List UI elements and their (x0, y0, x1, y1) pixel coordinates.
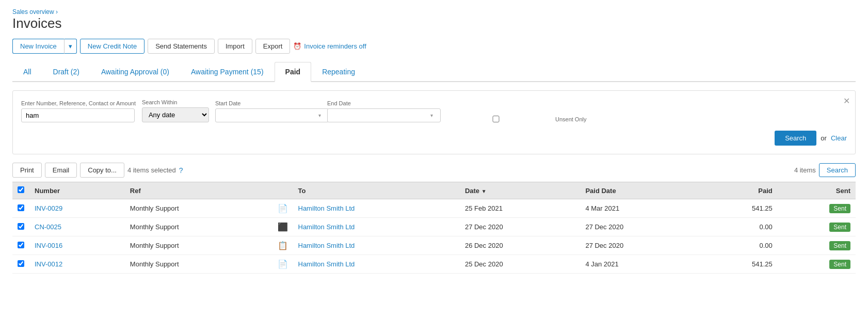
cell-paid-3: 541.25 (701, 255, 778, 274)
number-input[interactable] (21, 108, 135, 122)
invoice-link-1[interactable]: CN-0025 (35, 223, 61, 231)
table-header-row: Number Ref To Date ▼ Paid Date Paid Sent (12, 182, 856, 199)
table-row: CN-0025 Monthly Support ⬛ Hamilton Smith… (12, 218, 856, 236)
col-paid[interactable]: Paid (701, 182, 778, 199)
row-checkbox-3[interactable] (18, 260, 24, 267)
cell-paid-date-1: 27 Dec 2020 (580, 218, 701, 236)
row-checkbox-0[interactable] (18, 204, 24, 211)
cell-to-2: Hamilton Smith Ltd (293, 236, 460, 255)
cell-ref-3: Monthly Support (125, 255, 272, 274)
col-to[interactable]: To (293, 182, 460, 199)
send-statements-button[interactable]: Send Statements (148, 39, 215, 54)
cell-sent-1: Sent (778, 218, 856, 236)
sent-badge-2: Sent (829, 241, 850, 250)
invoice-link-0[interactable]: INV-0029 (35, 204, 62, 212)
cell-date-3: 25 Dec 2020 (460, 255, 581, 274)
cell-icon-2: 📋 (272, 236, 293, 255)
cell-paid-1: 0.00 (701, 218, 778, 236)
table-row: INV-0016 Monthly Support 📋 Hamilton Smit… (12, 236, 856, 255)
credit-icon-1: ⬛ (278, 223, 288, 231)
end-date-label: End Date (327, 100, 433, 106)
sent-badge-3: Sent (829, 260, 850, 269)
invoice-tabs: All Draft (2) Awaiting Approval (0) Awai… (12, 62, 856, 82)
cell-ref-2: Monthly Support (125, 236, 272, 255)
contact-link-0[interactable]: Hamilton Smith Ltd (298, 204, 355, 212)
sent-badge-0: Sent (829, 204, 850, 213)
sent-badge-1: Sent (829, 223, 850, 232)
export-button[interactable]: Export (255, 39, 291, 54)
number-field-label: Enter Number, Reference, Contact or Amou… (21, 100, 136, 106)
cell-sent-2: Sent (778, 236, 856, 255)
row-checkbox-1[interactable] (18, 223, 24, 230)
col-ref[interactable]: Ref (125, 182, 272, 199)
select-all-checkbox[interactable] (18, 186, 24, 193)
invoice-link-2[interactable]: INV-0016 (35, 242, 62, 249)
tab-draft[interactable]: Draft (2) (42, 62, 90, 82)
cell-to-0: Hamilton Smith Ltd (293, 199, 460, 218)
search-within-group: Search Within Any date This month Last m… (142, 99, 209, 122)
cell-paid-date-3: 4 Jan 2021 (580, 255, 701, 274)
cell-ref-0: Monthly Support (125, 199, 272, 218)
cell-paid-2: 0.00 (701, 236, 778, 255)
import-button[interactable]: Import (218, 39, 252, 54)
tab-awaiting-approval[interactable]: Awaiting Approval (0) (90, 62, 180, 82)
doc-icon-3: 📄 (278, 260, 288, 268)
breadcrumb[interactable]: Sales overview › (12, 8, 856, 15)
search-within-select[interactable]: Any date This month Last month This year (142, 107, 209, 122)
clear-button[interactable]: Clear (831, 134, 847, 142)
end-date-group: End Date ▾ (327, 100, 433, 122)
items-count: 4 items (794, 166, 816, 174)
cell-date-0: 25 Feb 2021 (460, 199, 581, 218)
new-invoice-split-button: New Invoice ▾ (12, 39, 77, 54)
tab-all[interactable]: All (12, 62, 42, 82)
clock-icon: ⏰ (293, 42, 301, 50)
tab-paid[interactable]: Paid (275, 62, 312, 82)
number-field-group: Enter Number, Reference, Contact or Amou… (21, 100, 136, 122)
contact-link-1[interactable]: Hamilton Smith Ltd (298, 223, 355, 231)
col-sent[interactable]: Sent (778, 182, 856, 199)
cell-date-1: 27 Dec 2020 (460, 218, 581, 236)
email-button[interactable]: Email (45, 163, 77, 178)
help-icon[interactable]: ? (179, 166, 183, 175)
table-row: INV-0012 Monthly Support 📄 Hamilton Smit… (12, 255, 856, 274)
col-icon (272, 182, 293, 199)
cell-icon-0: 📄 (272, 199, 293, 218)
copy-to-button[interactable]: Copy to... (80, 163, 124, 178)
row-checkbox-2[interactable] (18, 242, 24, 248)
invoice-link-3[interactable]: INV-0012 (35, 260, 62, 268)
table-search-button[interactable]: Search (819, 163, 856, 177)
col-paid-date[interactable]: Paid Date (580, 182, 701, 199)
invoice-reminders-button[interactable]: ⏰ Invoice reminders off (293, 42, 366, 50)
end-date-input[interactable] (327, 108, 441, 122)
contact-link-3[interactable]: Hamilton Smith Ltd (298, 260, 355, 268)
date-sort-arrow: ▼ (481, 188, 487, 194)
new-invoice-arrow-button[interactable]: ▾ (64, 39, 77, 54)
new-credit-note-button[interactable]: New Credit Note (80, 39, 144, 54)
cell-to-1: Hamilton Smith Ltd (293, 218, 460, 236)
start-date-input[interactable] (215, 108, 329, 122)
contact-link-2[interactable]: Hamilton Smith Ltd (298, 242, 355, 249)
start-date-chevron-icon: ▾ (318, 113, 321, 118)
selected-count: 4 items selected (127, 166, 176, 174)
cell-paid-date-0: 4 Mar 2021 (580, 199, 701, 218)
start-date-label: Start Date (215, 100, 321, 106)
search-button[interactable]: Search (775, 131, 816, 146)
tab-repeating[interactable]: Repeating (311, 62, 366, 82)
doc-icon-0: 📄 (278, 204, 288, 213)
col-number[interactable]: Number (29, 182, 125, 199)
unsent-only-checkbox[interactable] (439, 116, 553, 122)
tab-awaiting-payment[interactable]: Awaiting Payment (15) (180, 62, 275, 82)
cell-number-2: INV-0016 (29, 236, 125, 255)
table-row: INV-0029 Monthly Support 📄 Hamilton Smit… (12, 199, 856, 218)
cell-ref-1: Monthly Support (125, 218, 272, 236)
cell-number-1: CN-0025 (29, 218, 125, 236)
col-date[interactable]: Date ▼ (460, 182, 581, 199)
print-button[interactable]: Print (12, 163, 42, 178)
search-panel: ✕ Enter Number, Reference, Contact or Am… (12, 90, 856, 154)
unsent-only-label: Unsent Only (439, 116, 587, 122)
search-close-button[interactable]: ✕ (843, 96, 850, 106)
cell-paid-0: 541.25 (701, 199, 778, 218)
unsent-only-group: Unsent Only (439, 116, 587, 122)
new-invoice-button[interactable]: New Invoice (12, 39, 64, 54)
cell-date-2: 26 Dec 2020 (460, 236, 581, 255)
